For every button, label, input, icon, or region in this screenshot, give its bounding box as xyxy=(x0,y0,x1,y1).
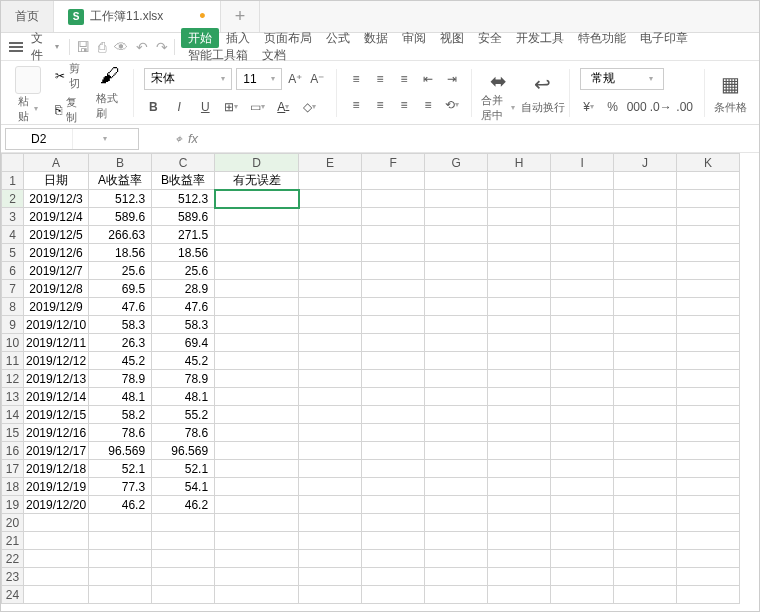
decrease-decimal-icon[interactable]: .00 xyxy=(676,98,694,116)
align-bottom-icon[interactable]: ≡ xyxy=(395,70,413,88)
cell-H12[interactable] xyxy=(488,370,551,388)
cell-E15[interactable] xyxy=(299,424,362,442)
col-header-J[interactable]: J xyxy=(614,154,677,172)
cell-C9[interactable]: 58.3 xyxy=(152,316,215,334)
cell-E7[interactable] xyxy=(299,280,362,298)
cell-D5[interactable] xyxy=(215,244,299,262)
cell-H22[interactable] xyxy=(488,550,551,568)
cell-F21[interactable] xyxy=(362,532,425,550)
row-header-3[interactable]: 3 xyxy=(2,208,24,226)
cell-B16[interactable]: 96.569 xyxy=(89,442,152,460)
clear-format-button[interactable]: ◇ xyxy=(300,96,318,118)
cell-K14[interactable] xyxy=(677,406,740,424)
cell-E14[interactable] xyxy=(299,406,362,424)
cell-K1[interactable] xyxy=(677,172,740,190)
cell-C16[interactable]: 96.569 xyxy=(152,442,215,460)
cell-D2[interactable] xyxy=(215,190,299,208)
select-all-corner[interactable] xyxy=(2,154,24,172)
cell-D12[interactable] xyxy=(215,370,299,388)
cell-B19[interactable]: 46.2 xyxy=(89,496,152,514)
cell-H5[interactable] xyxy=(488,244,551,262)
cell-B6[interactable]: 25.6 xyxy=(89,262,152,280)
menu-数据[interactable]: 数据 xyxy=(357,28,395,48)
menu-视图[interactable]: 视图 xyxy=(433,28,471,48)
cut-button[interactable]: 剪切 xyxy=(69,61,85,91)
cell-F18[interactable] xyxy=(362,478,425,496)
cell-E2[interactable] xyxy=(299,190,362,208)
cell-K6[interactable] xyxy=(677,262,740,280)
cell-B5[interactable]: 18.56 xyxy=(89,244,152,262)
cell-J3[interactable] xyxy=(614,208,677,226)
cell-J15[interactable] xyxy=(614,424,677,442)
cell-A21[interactable] xyxy=(24,532,89,550)
cell-G17[interactable] xyxy=(425,460,488,478)
cell-H8[interactable] xyxy=(488,298,551,316)
merge-center-button[interactable]: ⬌ 合并居中 xyxy=(476,67,520,119)
insert-function-icon[interactable]: ⌖ xyxy=(175,132,182,146)
cell-K23[interactable] xyxy=(677,568,740,586)
cell-H24[interactable] xyxy=(488,586,551,604)
cell-J11[interactable] xyxy=(614,352,677,370)
cell-K8[interactable] xyxy=(677,298,740,316)
cell-I3[interactable] xyxy=(551,208,614,226)
cell-F6[interactable] xyxy=(362,262,425,280)
cell-H6[interactable] xyxy=(488,262,551,280)
number-format-select[interactable]: 常规 xyxy=(580,68,664,90)
increase-decimal-icon[interactable]: .0→ xyxy=(652,98,670,116)
cell-D6[interactable] xyxy=(215,262,299,280)
cell-H1[interactable] xyxy=(488,172,551,190)
cell-A20[interactable] xyxy=(24,514,89,532)
cell-G6[interactable] xyxy=(425,262,488,280)
cell-J14[interactable] xyxy=(614,406,677,424)
row-header-19[interactable]: 19 xyxy=(2,496,24,514)
cell-E9[interactable] xyxy=(299,316,362,334)
cell-A16[interactable]: 2019/12/17 xyxy=(24,442,89,460)
cell-I7[interactable] xyxy=(551,280,614,298)
cell-H18[interactable] xyxy=(488,478,551,496)
cell-G20[interactable] xyxy=(425,514,488,532)
cell-F16[interactable] xyxy=(362,442,425,460)
cell-K15[interactable] xyxy=(677,424,740,442)
cell-G7[interactable] xyxy=(425,280,488,298)
cell-G10[interactable] xyxy=(425,334,488,352)
cell-I5[interactable] xyxy=(551,244,614,262)
cell-J12[interactable] xyxy=(614,370,677,388)
cell-E21[interactable] xyxy=(299,532,362,550)
cell-C18[interactable]: 54.1 xyxy=(152,478,215,496)
row-header-18[interactable]: 18 xyxy=(2,478,24,496)
cell-B22[interactable] xyxy=(89,550,152,568)
cell-F9[interactable] xyxy=(362,316,425,334)
row-header-10[interactable]: 10 xyxy=(2,334,24,352)
cell-J22[interactable] xyxy=(614,550,677,568)
cell-J20[interactable] xyxy=(614,514,677,532)
cell-A12[interactable]: 2019/12/13 xyxy=(24,370,89,388)
align-middle-icon[interactable]: ≡ xyxy=(371,70,389,88)
cell-D21[interactable] xyxy=(215,532,299,550)
indent-increase-icon[interactable]: ⇥ xyxy=(443,70,461,88)
cell-I21[interactable] xyxy=(551,532,614,550)
row-header-22[interactable]: 22 xyxy=(2,550,24,568)
cell-K2[interactable] xyxy=(677,190,740,208)
cell-E13[interactable] xyxy=(299,388,362,406)
format-painter-button[interactable]: 格式刷 xyxy=(96,91,123,121)
cell-K4[interactable] xyxy=(677,226,740,244)
cell-D14[interactable] xyxy=(215,406,299,424)
cell-E8[interactable] xyxy=(299,298,362,316)
col-header-D[interactable]: D xyxy=(215,154,299,172)
cell-D8[interactable] xyxy=(215,298,299,316)
underline-button[interactable]: U xyxy=(196,98,214,116)
cell-I13[interactable] xyxy=(551,388,614,406)
cell-C1[interactable]: B收益率 xyxy=(152,172,215,190)
cell-B13[interactable]: 48.1 xyxy=(89,388,152,406)
paste-button[interactable]: 粘贴 xyxy=(13,98,43,120)
row-header-13[interactable]: 13 xyxy=(2,388,24,406)
cell-E18[interactable] xyxy=(299,478,362,496)
decrease-font-icon[interactable]: A⁻ xyxy=(308,70,326,88)
cell-J21[interactable] xyxy=(614,532,677,550)
menu-智能工具箱[interactable]: 智能工具箱 xyxy=(181,45,255,65)
cell-K7[interactable] xyxy=(677,280,740,298)
row-header-7[interactable]: 7 xyxy=(2,280,24,298)
cell-I16[interactable] xyxy=(551,442,614,460)
cell-D20[interactable] xyxy=(215,514,299,532)
border-button[interactable]: ⊞ xyxy=(222,96,240,118)
